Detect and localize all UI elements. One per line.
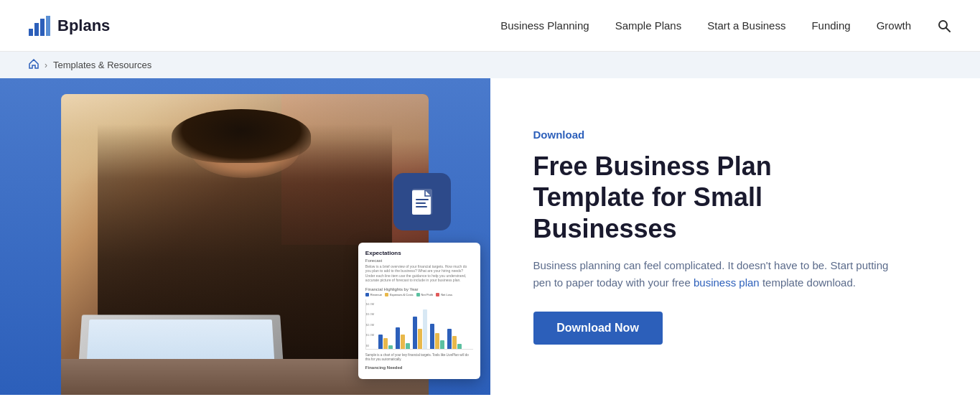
bar-5-revenue (447, 329, 452, 349)
headline-line2: Template for Small (533, 182, 762, 212)
bar-1-profit (388, 345, 393, 349)
svg-rect-3 (46, 16, 50, 36)
breadcrumb-home[interactable] (29, 59, 39, 71)
bar-3-expense (418, 329, 422, 349)
chart-group-5 (447, 329, 462, 349)
legend-label-profit: Net Profit (421, 293, 434, 296)
nav-growth[interactable]: Growth (877, 19, 911, 32)
headline-line1: Free Business Plan (533, 151, 772, 181)
headline-line3: Businesses (533, 214, 677, 243)
legend-net-loss: Net Loss (436, 293, 452, 296)
nav-sample-plans[interactable]: Sample Plans (615, 19, 682, 32)
hero-content: Download Free Business Plan Template for… (490, 78, 981, 395)
legend-dot-loss (436, 293, 439, 296)
chart-group-3 (413, 309, 427, 349)
bar-3-extra (423, 309, 427, 349)
main-content: Expectations Forecast Below is a brief o… (0, 78, 980, 395)
chart-group-1 (378, 335, 393, 349)
legend-label-loss: Net Loss (441, 293, 452, 296)
logo-text: Bplans (57, 17, 110, 35)
spreadsheet-section1: Forecast (365, 258, 473, 263)
bar-2-expense (401, 335, 405, 349)
svg-rect-1 (34, 23, 39, 36)
svg-rect-8 (416, 202, 426, 204)
legend-dot-profit (416, 293, 420, 296)
svg-rect-0 (29, 29, 33, 36)
bar-3-revenue (413, 317, 417, 349)
bar-5-expense (452, 336, 457, 349)
bar-1-expense (383, 338, 388, 349)
svg-rect-2 (40, 19, 45, 36)
nav-funding[interactable]: Funding (811, 19, 850, 32)
spreadsheet-financing: Financing Needed (365, 365, 473, 370)
document-icon (406, 186, 438, 218)
svg-line-5 (946, 27, 951, 32)
bar-4-profit (440, 340, 444, 349)
chart-group-4 (430, 324, 444, 349)
spreadsheet-section1-text: Below is a brief overview of your financ… (365, 264, 473, 283)
search-icon[interactable] (937, 19, 951, 33)
bar-2-revenue (396, 327, 400, 349)
legend-net-profit: Net Profit (416, 293, 434, 296)
main-headline: Free Business Plan Template for Small Bu… (533, 151, 938, 244)
bar-2-profit (406, 343, 410, 349)
legend-expenses: Expenses & Costs (385, 293, 414, 296)
legend-revenue: Revenue (365, 293, 382, 296)
spreadsheet-preview: Expectations Forecast Below is a brief o… (358, 243, 480, 379)
document-icon-float (393, 173, 451, 230)
legend-label-expenses: Expenses & Costs (390, 293, 414, 296)
spreadsheet-footer: Sample is a chart of your key financial … (365, 353, 473, 363)
svg-rect-7 (416, 199, 429, 200)
business-plan-link[interactable]: business plan (694, 276, 760, 289)
hero-image-area: Expectations Forecast Below is a brief o… (0, 78, 490, 395)
svg-rect-9 (416, 206, 427, 207)
bar-1-revenue (378, 335, 383, 349)
description-text: Business planning can feel complicated. … (533, 257, 907, 291)
logo-icon (29, 16, 52, 36)
breadcrumb: › Templates & Resources (0, 52, 980, 78)
spreadsheet-section2: Financial Highlights by Year (365, 287, 473, 291)
chart-legend: Revenue Expenses & Costs Net Profit Net … (365, 293, 473, 296)
breadcrumb-separator: › (45, 60, 47, 70)
bar-4-expense (435, 333, 439, 349)
logo[interactable]: Bplans (29, 16, 110, 36)
legend-dot-expenses (385, 293, 388, 296)
download-label: Download (533, 129, 938, 141)
y-axis: $4.0M $3.0M $2.0M $1.0M $0 (366, 302, 374, 349)
bar-4-revenue (430, 324, 434, 349)
breadcrumb-current: Templates & Resources (53, 60, 151, 70)
spreadsheet-title: Expectations (365, 250, 473, 256)
main-nav: Business Planning Sample Plans Start a B… (500, 19, 951, 33)
download-now-button[interactable]: Download Now (533, 312, 663, 345)
chart-group-2 (396, 327, 410, 349)
nav-business-planning[interactable]: Business Planning (500, 19, 589, 32)
bar-5-profit (457, 344, 462, 349)
photo-hair (172, 109, 312, 163)
legend-label-revenue: Revenue (370, 293, 382, 296)
legend-dot-revenue (365, 293, 369, 296)
bar-chart: $4.0M $3.0M $2.0M $1.0M $0 (365, 299, 473, 350)
site-header: Bplans Business Planning Sample Plans St… (0, 0, 980, 52)
nav-start-business[interactable]: Start a Business (707, 19, 785, 32)
